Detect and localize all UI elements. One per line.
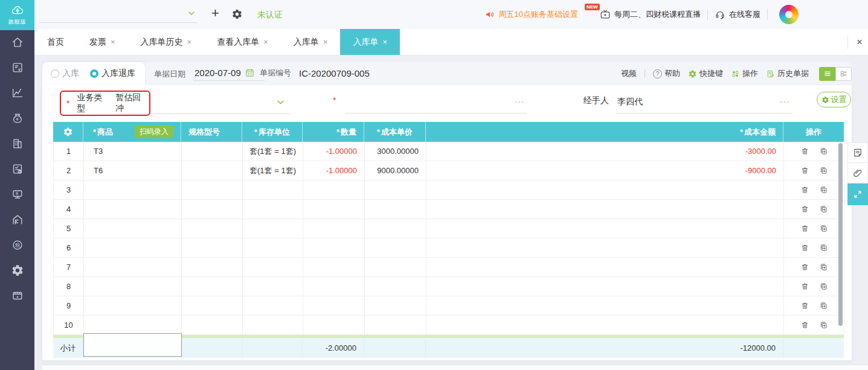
cell-price[interactable] — [365, 258, 426, 277]
close-icon[interactable]: × — [382, 37, 387, 46]
cell-qty[interactable]: -1.00000 — [303, 161, 365, 180]
close-icon[interactable]: × — [263, 37, 268, 46]
tab-home[interactable]: 首页 — [34, 29, 77, 55]
cell-amount[interactable] — [426, 277, 784, 296]
list-view-button[interactable] — [819, 67, 835, 81]
delete-row-icon[interactable] — [800, 321, 809, 330]
cell-price[interactable] — [365, 238, 426, 258]
cell-unit[interactable] — [243, 238, 303, 258]
cell-qty[interactable] — [303, 219, 365, 238]
chevron-down-icon[interactable] — [187, 8, 196, 18]
cell-unit[interactable]: 套(1套 = 1套) — [243, 142, 303, 161]
more-icon[interactable]: ··· — [780, 97, 790, 106]
cell-product[interactable] — [84, 296, 182, 316]
tax-icon[interactable] — [11, 238, 24, 252]
scan-entry-button[interactable]: 扫码录入 — [135, 126, 173, 138]
account-select[interactable] — [39, 5, 198, 23]
delete-row-icon[interactable] — [800, 243, 809, 252]
cell-amount[interactable] — [426, 200, 784, 219]
vertical-scrollbar[interactable] — [838, 143, 843, 326]
radio-stockin[interactable]: 入库 — [51, 68, 79, 79]
online-service-link[interactable]: 在线客服 — [715, 9, 760, 20]
cell-qty[interactable]: -1.00000 — [303, 142, 365, 161]
handler-field[interactable]: 李四代 ··· — [616, 95, 792, 113]
close-icon[interactable]: × — [111, 37, 115, 46]
settings-icon[interactable] — [11, 264, 24, 277]
cell-qty[interactable] — [303, 180, 365, 200]
cell-price[interactable] — [365, 200, 426, 219]
cell-qty[interactable] — [303, 238, 365, 258]
delete-row-icon[interactable] — [800, 282, 809, 291]
cell-product[interactable] — [84, 180, 182, 200]
cell-spec[interactable] — [182, 238, 243, 258]
verify-status[interactable]: 未认证 — [257, 10, 283, 21]
date-field[interactable]: 2020-07-09 — [193, 68, 265, 81]
add-button[interactable]: + — [211, 5, 219, 21]
cell-product[interactable]: T3 — [84, 142, 182, 161]
copy-row-icon[interactable] — [819, 224, 828, 233]
chevron-down-icon[interactable] — [275, 97, 286, 107]
cell-spec[interactable] — [182, 142, 243, 161]
cell-amount[interactable]: -3000.00 — [426, 142, 784, 161]
close-all-icon[interactable]: × — [857, 36, 863, 48]
cell-unit[interactable] — [243, 277, 303, 296]
cell-spec[interactable] — [182, 219, 243, 238]
copy-row-icon[interactable] — [819, 263, 828, 272]
close-icon[interactable]: × — [323, 37, 328, 46]
cell-product[interactable] — [84, 258, 182, 277]
tab-view-stockin[interactable]: 查看入库单× — [204, 29, 281, 55]
note-button[interactable] — [847, 142, 868, 163]
warehouse-field[interactable]: ··· — [346, 95, 527, 113]
close-icon[interactable]: × — [187, 37, 192, 46]
delete-row-icon[interactable] — [800, 147, 809, 156]
cell-qty[interactable] — [303, 316, 365, 335]
tab-stockin[interactable]: 入库单× — [281, 29, 341, 55]
cell-price[interactable] — [365, 277, 426, 296]
cell-amount[interactable] — [426, 316, 784, 335]
business-type-highlight-box[interactable]: * 业务类型 暂估回冲 — [60, 91, 150, 116]
cell-product[interactable] — [84, 219, 182, 238]
fullscreen-button[interactable] — [847, 183, 868, 205]
history-link[interactable]: 历史单据 — [766, 68, 809, 79]
radio-stockin-return[interactable]: 入库退库 — [90, 68, 135, 79]
shortcut-link[interactable]: 快捷键 — [688, 68, 723, 79]
funds-icon[interactable] — [11, 112, 24, 125]
copy-row-icon[interactable] — [819, 301, 828, 310]
cell-qty[interactable] — [303, 200, 365, 219]
delete-row-icon[interactable] — [800, 301, 809, 310]
cell-product[interactable]: T6 — [84, 161, 182, 180]
cell-product[interactable] — [84, 238, 182, 258]
cell-unit[interactable] — [243, 219, 303, 238]
video-tutorial-icon[interactable] — [11, 289, 24, 302]
cell-amount[interactable] — [426, 238, 784, 258]
tab-stockin-history[interactable]: 入库单历史× — [128, 29, 205, 55]
help-link[interactable]: ? 帮助 — [653, 68, 680, 79]
tab-stockin-active[interactable]: 入库单× — [340, 29, 400, 55]
delete-row-icon[interactable] — [800, 263, 809, 272]
invoice-icon[interactable] — [11, 61, 24, 74]
announcement-link[interactable]: 周五10点账务基础设置 — [484, 9, 578, 20]
calendar-icon[interactable] — [245, 68, 255, 78]
column-settings-icon[interactable] — [63, 127, 73, 137]
actions-link[interactable]: 操作 — [731, 68, 758, 79]
cell-spec[interactable] — [182, 161, 243, 180]
attachment-button[interactable] — [847, 163, 868, 183]
home-icon[interactable] — [11, 36, 24, 49]
company-icon[interactable] — [11, 137, 24, 150]
cell-spec[interactable] — [182, 316, 243, 335]
copy-row-icon[interactable] — [819, 282, 828, 291]
settings-button[interactable]: 设置 — [817, 92, 851, 107]
cell-spec[interactable] — [182, 277, 243, 296]
cashier-icon[interactable] — [11, 188, 24, 201]
copy-row-icon[interactable] — [819, 205, 828, 214]
app-logo[interactable]: 旗舰版 — [0, 0, 34, 30]
cell-spec[interactable] — [182, 296, 243, 316]
cell-spec[interactable] — [182, 200, 243, 219]
business-type-value[interactable]: 暂估回冲 — [115, 92, 149, 114]
cell-amount[interactable] — [426, 258, 784, 277]
report-icon[interactable] — [11, 162, 24, 176]
cell-price[interactable]: 3000.00000 — [365, 142, 426, 161]
warehouse-icon[interactable] — [11, 213, 24, 226]
cell-product[interactable] — [84, 316, 182, 335]
cell-spec[interactable] — [182, 258, 243, 277]
